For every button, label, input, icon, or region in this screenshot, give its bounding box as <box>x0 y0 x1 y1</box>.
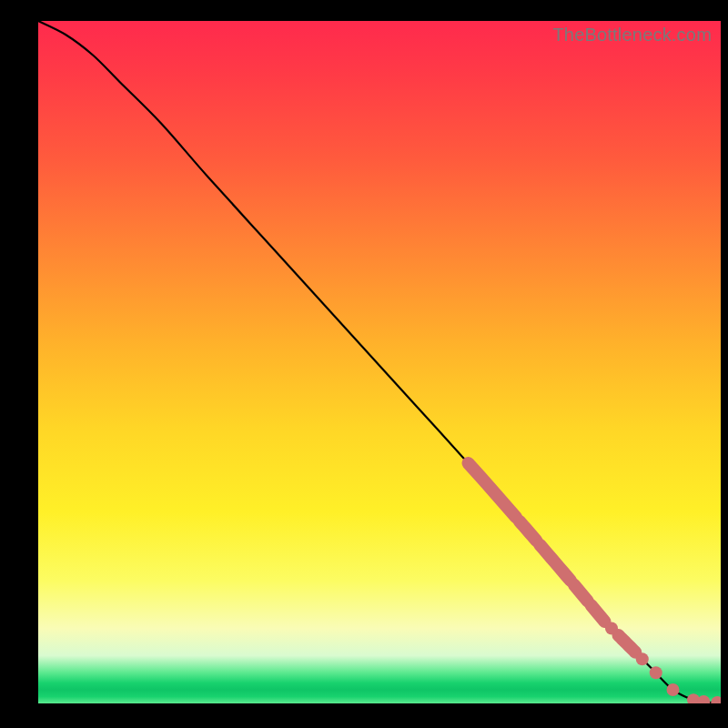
highlight-segment <box>619 635 636 652</box>
tail-dot <box>711 696 721 703</box>
tail-dot <box>636 652 649 665</box>
tail-dot <box>697 695 710 703</box>
highlight-segment <box>540 545 571 581</box>
plot-area: TheBottleneck.com <box>38 21 721 703</box>
tail-dot <box>667 683 680 696</box>
tail-dot <box>650 666 662 679</box>
highlight-segment <box>469 463 517 517</box>
main-curve <box>38 21 721 703</box>
highlight-segment <box>574 585 588 602</box>
tail-dot <box>605 622 618 635</box>
chart-frame: TheBottleneck.com <box>0 0 728 728</box>
highlight-segment <box>592 605 605 622</box>
chart-overlay <box>38 21 721 703</box>
highlight-segment <box>520 521 537 541</box>
